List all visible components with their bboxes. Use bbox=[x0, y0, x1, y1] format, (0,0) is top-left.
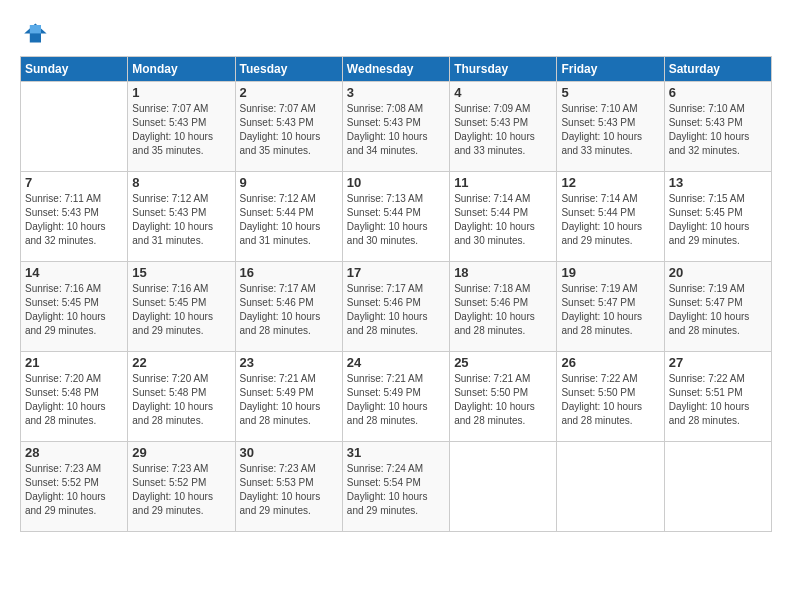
calendar-header: SundayMondayTuesdayWednesdayThursdayFrid… bbox=[21, 57, 772, 82]
day-number: 13 bbox=[669, 175, 767, 190]
svg-rect-2 bbox=[30, 25, 41, 33]
day-cell: 25Sunrise: 7:21 AM Sunset: 5:50 PM Dayli… bbox=[450, 352, 557, 442]
day-cell: 14Sunrise: 7:16 AM Sunset: 5:45 PM Dayli… bbox=[21, 262, 128, 352]
day-info: Sunrise: 7:21 AM Sunset: 5:50 PM Dayligh… bbox=[454, 372, 552, 428]
day-number: 27 bbox=[669, 355, 767, 370]
day-number: 26 bbox=[561, 355, 659, 370]
day-number: 23 bbox=[240, 355, 338, 370]
day-number: 1 bbox=[132, 85, 230, 100]
day-cell: 20Sunrise: 7:19 AM Sunset: 5:47 PM Dayli… bbox=[664, 262, 771, 352]
day-cell: 24Sunrise: 7:21 AM Sunset: 5:49 PM Dayli… bbox=[342, 352, 449, 442]
week-row-0: 1Sunrise: 7:07 AM Sunset: 5:43 PM Daylig… bbox=[21, 82, 772, 172]
logo bbox=[20, 18, 52, 46]
day-info: Sunrise: 7:23 AM Sunset: 5:53 PM Dayligh… bbox=[240, 462, 338, 518]
day-cell: 21Sunrise: 7:20 AM Sunset: 5:48 PM Dayli… bbox=[21, 352, 128, 442]
day-info: Sunrise: 7:14 AM Sunset: 5:44 PM Dayligh… bbox=[561, 192, 659, 248]
day-number: 11 bbox=[454, 175, 552, 190]
day-info: Sunrise: 7:10 AM Sunset: 5:43 PM Dayligh… bbox=[669, 102, 767, 158]
day-info: Sunrise: 7:13 AM Sunset: 5:44 PM Dayligh… bbox=[347, 192, 445, 248]
day-cell: 10Sunrise: 7:13 AM Sunset: 5:44 PM Dayli… bbox=[342, 172, 449, 262]
day-number: 16 bbox=[240, 265, 338, 280]
day-info: Sunrise: 7:17 AM Sunset: 5:46 PM Dayligh… bbox=[347, 282, 445, 338]
day-cell: 23Sunrise: 7:21 AM Sunset: 5:49 PM Dayli… bbox=[235, 352, 342, 442]
day-cell bbox=[664, 442, 771, 532]
day-info: Sunrise: 7:07 AM Sunset: 5:43 PM Dayligh… bbox=[132, 102, 230, 158]
day-info: Sunrise: 7:17 AM Sunset: 5:46 PM Dayligh… bbox=[240, 282, 338, 338]
day-number: 28 bbox=[25, 445, 123, 460]
day-cell: 27Sunrise: 7:22 AM Sunset: 5:51 PM Dayli… bbox=[664, 352, 771, 442]
day-number: 30 bbox=[240, 445, 338, 460]
day-number: 4 bbox=[454, 85, 552, 100]
day-info: Sunrise: 7:20 AM Sunset: 5:48 PM Dayligh… bbox=[132, 372, 230, 428]
day-cell: 22Sunrise: 7:20 AM Sunset: 5:48 PM Dayli… bbox=[128, 352, 235, 442]
header-cell-monday: Monday bbox=[128, 57, 235, 82]
day-info: Sunrise: 7:21 AM Sunset: 5:49 PM Dayligh… bbox=[347, 372, 445, 428]
week-row-1: 7Sunrise: 7:11 AM Sunset: 5:43 PM Daylig… bbox=[21, 172, 772, 262]
week-row-3: 21Sunrise: 7:20 AM Sunset: 5:48 PM Dayli… bbox=[21, 352, 772, 442]
day-cell: 19Sunrise: 7:19 AM Sunset: 5:47 PM Dayli… bbox=[557, 262, 664, 352]
day-cell: 11Sunrise: 7:14 AM Sunset: 5:44 PM Dayli… bbox=[450, 172, 557, 262]
day-info: Sunrise: 7:22 AM Sunset: 5:51 PM Dayligh… bbox=[669, 372, 767, 428]
day-cell: 31Sunrise: 7:24 AM Sunset: 5:54 PM Dayli… bbox=[342, 442, 449, 532]
day-cell: 12Sunrise: 7:14 AM Sunset: 5:44 PM Dayli… bbox=[557, 172, 664, 262]
day-number: 20 bbox=[669, 265, 767, 280]
header-cell-sunday: Sunday bbox=[21, 57, 128, 82]
day-number: 3 bbox=[347, 85, 445, 100]
header-row-days: SundayMondayTuesdayWednesdayThursdayFrid… bbox=[21, 57, 772, 82]
day-number: 8 bbox=[132, 175, 230, 190]
week-row-4: 28Sunrise: 7:23 AM Sunset: 5:52 PM Dayli… bbox=[21, 442, 772, 532]
day-number: 12 bbox=[561, 175, 659, 190]
day-number: 19 bbox=[561, 265, 659, 280]
day-cell: 4Sunrise: 7:09 AM Sunset: 5:43 PM Daylig… bbox=[450, 82, 557, 172]
day-number: 18 bbox=[454, 265, 552, 280]
day-number: 24 bbox=[347, 355, 445, 370]
day-cell: 6Sunrise: 7:10 AM Sunset: 5:43 PM Daylig… bbox=[664, 82, 771, 172]
day-cell: 8Sunrise: 7:12 AM Sunset: 5:43 PM Daylig… bbox=[128, 172, 235, 262]
day-number: 5 bbox=[561, 85, 659, 100]
day-info: Sunrise: 7:14 AM Sunset: 5:44 PM Dayligh… bbox=[454, 192, 552, 248]
day-info: Sunrise: 7:19 AM Sunset: 5:47 PM Dayligh… bbox=[669, 282, 767, 338]
day-cell bbox=[450, 442, 557, 532]
day-info: Sunrise: 7:22 AM Sunset: 5:50 PM Dayligh… bbox=[561, 372, 659, 428]
day-info: Sunrise: 7:20 AM Sunset: 5:48 PM Dayligh… bbox=[25, 372, 123, 428]
day-info: Sunrise: 7:10 AM Sunset: 5:43 PM Dayligh… bbox=[561, 102, 659, 158]
day-cell: 30Sunrise: 7:23 AM Sunset: 5:53 PM Dayli… bbox=[235, 442, 342, 532]
day-cell: 13Sunrise: 7:15 AM Sunset: 5:45 PM Dayli… bbox=[664, 172, 771, 262]
calendar-table: SundayMondayTuesdayWednesdayThursdayFrid… bbox=[20, 56, 772, 532]
header-cell-wednesday: Wednesday bbox=[342, 57, 449, 82]
day-info: Sunrise: 7:11 AM Sunset: 5:43 PM Dayligh… bbox=[25, 192, 123, 248]
page-container: SundayMondayTuesdayWednesdayThursdayFrid… bbox=[0, 0, 792, 542]
header-row bbox=[20, 18, 772, 46]
day-number: 14 bbox=[25, 265, 123, 280]
day-info: Sunrise: 7:12 AM Sunset: 5:43 PM Dayligh… bbox=[132, 192, 230, 248]
header-cell-friday: Friday bbox=[557, 57, 664, 82]
day-number: 22 bbox=[132, 355, 230, 370]
day-cell: 16Sunrise: 7:17 AM Sunset: 5:46 PM Dayli… bbox=[235, 262, 342, 352]
day-cell: 28Sunrise: 7:23 AM Sunset: 5:52 PM Dayli… bbox=[21, 442, 128, 532]
day-info: Sunrise: 7:16 AM Sunset: 5:45 PM Dayligh… bbox=[132, 282, 230, 338]
day-info: Sunrise: 7:07 AM Sunset: 5:43 PM Dayligh… bbox=[240, 102, 338, 158]
logo-icon bbox=[20, 18, 48, 46]
day-number: 10 bbox=[347, 175, 445, 190]
day-cell: 2Sunrise: 7:07 AM Sunset: 5:43 PM Daylig… bbox=[235, 82, 342, 172]
day-number: 17 bbox=[347, 265, 445, 280]
header-cell-thursday: Thursday bbox=[450, 57, 557, 82]
day-cell: 18Sunrise: 7:18 AM Sunset: 5:46 PM Dayli… bbox=[450, 262, 557, 352]
day-number: 7 bbox=[25, 175, 123, 190]
day-number: 6 bbox=[669, 85, 767, 100]
day-info: Sunrise: 7:23 AM Sunset: 5:52 PM Dayligh… bbox=[25, 462, 123, 518]
day-cell: 9Sunrise: 7:12 AM Sunset: 5:44 PM Daylig… bbox=[235, 172, 342, 262]
day-info: Sunrise: 7:19 AM Sunset: 5:47 PM Dayligh… bbox=[561, 282, 659, 338]
calendar-body: 1Sunrise: 7:07 AM Sunset: 5:43 PM Daylig… bbox=[21, 82, 772, 532]
day-info: Sunrise: 7:08 AM Sunset: 5:43 PM Dayligh… bbox=[347, 102, 445, 158]
day-info: Sunrise: 7:12 AM Sunset: 5:44 PM Dayligh… bbox=[240, 192, 338, 248]
day-info: Sunrise: 7:16 AM Sunset: 5:45 PM Dayligh… bbox=[25, 282, 123, 338]
day-info: Sunrise: 7:18 AM Sunset: 5:46 PM Dayligh… bbox=[454, 282, 552, 338]
day-info: Sunrise: 7:09 AM Sunset: 5:43 PM Dayligh… bbox=[454, 102, 552, 158]
day-cell: 7Sunrise: 7:11 AM Sunset: 5:43 PM Daylig… bbox=[21, 172, 128, 262]
day-info: Sunrise: 7:21 AM Sunset: 5:49 PM Dayligh… bbox=[240, 372, 338, 428]
day-info: Sunrise: 7:23 AM Sunset: 5:52 PM Dayligh… bbox=[132, 462, 230, 518]
day-cell: 15Sunrise: 7:16 AM Sunset: 5:45 PM Dayli… bbox=[128, 262, 235, 352]
day-number: 31 bbox=[347, 445, 445, 460]
header-cell-saturday: Saturday bbox=[664, 57, 771, 82]
